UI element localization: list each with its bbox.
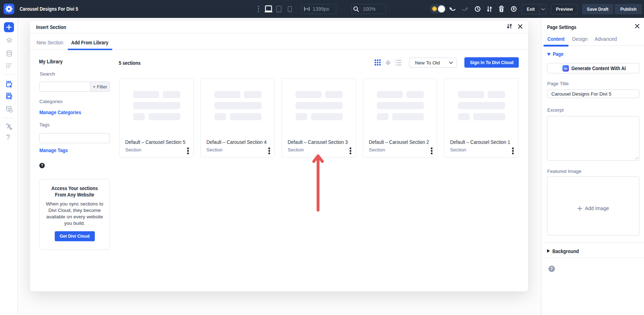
- svg-text:AI: AI: [564, 67, 567, 71]
